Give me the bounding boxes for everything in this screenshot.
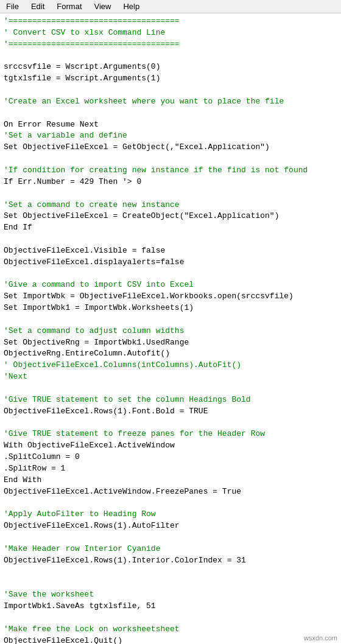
code-line: 'Set a command to create new instance — [4, 200, 180, 209]
code-line: 'Save the worksheet — [4, 590, 94, 599]
code-line: ObjectiveFileExcel.Rows(1).AutoFilter — [4, 521, 180, 530]
code-line: srccsvfile = Wscript.Arguments(0) — [4, 62, 160, 71]
code-line: 'Set a command to adjust column widths — [4, 326, 184, 335]
code-line: 'Set a variable and define — [4, 131, 127, 140]
code-line: 'Apply AutoFilter to Heading Row — [4, 509, 156, 519]
code-line: ObjectiveFileExcel.ActiveWindow.FreezePa… — [4, 487, 241, 496]
code-line: Set ObjectiveRng = ImportWbk1.UsedRange — [4, 338, 189, 347]
code-line: ObjectiveFileExcel.displayalerts=false — [4, 257, 184, 267]
code-line: ImportWbk1.SaveAs tgtxlsfile, 51 — [4, 601, 156, 611]
code-line: ObjectiveFileExcel.Visible = false — [4, 246, 165, 255]
code-line: Set ObjectiveFileExcel = GetObject(,"Exc… — [4, 142, 270, 152]
code-line: Set ImportWbk = ObjectiveFileExcel.Workb… — [4, 292, 294, 301]
watermark: wsxdn.com — [304, 634, 337, 642]
code-line: 'Create an Excel worksheet where you wan… — [4, 97, 284, 106]
code-line: 'Give a command to import CSV into Excel — [4, 280, 194, 289]
code-line: End With — [4, 475, 41, 485]
code-line: .SplitRow = 1 — [4, 464, 65, 473]
code-line: 'If condition for creating new instance … — [4, 166, 308, 175]
code-line: With ObjectiveFileExcel.ActiveWindow — [4, 441, 175, 450]
code-line: ObjectiveFileExcel.Quit() — [4, 636, 122, 644]
code-line: 'Make Header row Interior Cyanide — [4, 544, 160, 553]
menu-item-file[interactable]: File — [2, 1, 23, 12]
code-line: ObjectiveFileExcel.Rows(1).Interior.Colo… — [4, 556, 246, 565]
code-line: 'Give TRUE statement to freeze panes for… — [4, 429, 265, 438]
menu-item-format[interactable]: Format — [53, 1, 85, 12]
code-line: ObjectiveRng.EntireColumn.Autofit() — [4, 349, 170, 358]
code-line: '==================================== — [4, 16, 180, 26]
code-line: .SplitColumn = 0 — [4, 452, 80, 461]
code-line: '==================================== — [4, 40, 180, 49]
code-editor[interactable]: '==================================== ' … — [0, 13, 341, 644]
code-line: 'Make free the Lock on worksheetsheet — [4, 625, 180, 634]
code-line: End If — [4, 223, 32, 232]
code-line: ObjectiveFileExcel.Rows(1).Font.Bold = T… — [4, 407, 208, 416]
code-line: tgtxlsfile = Wscript.Arguments(1) — [4, 74, 160, 83]
menu-item-edit[interactable]: Edit — [27, 1, 48, 12]
code-line: Set ObjectiveFileExcel = CreateObject("E… — [4, 211, 279, 220]
menu-item-view[interactable]: View — [91, 1, 115, 12]
code-line: On Error Resume Next — [4, 120, 99, 129]
code-line: Set ImportWbk1 = ImportWbk.Worksheets(1) — [4, 303, 194, 312]
code-line: ' ObjectiveFileExcel.Columns(intColumns)… — [4, 360, 241, 369]
code-line: 'Next — [4, 372, 27, 381]
menu-item-help[interactable]: Help — [119, 1, 143, 12]
code-line: If Err.Number = 429 Then '> 0 — [4, 177, 141, 186]
code-line: ' Convert CSV to xlsx Command Line — [4, 28, 165, 37]
menubar: FileEditFormatViewHelp — [0, 0, 341, 13]
code-line: 'Give TRUE statement to set the column H… — [4, 395, 251, 404]
